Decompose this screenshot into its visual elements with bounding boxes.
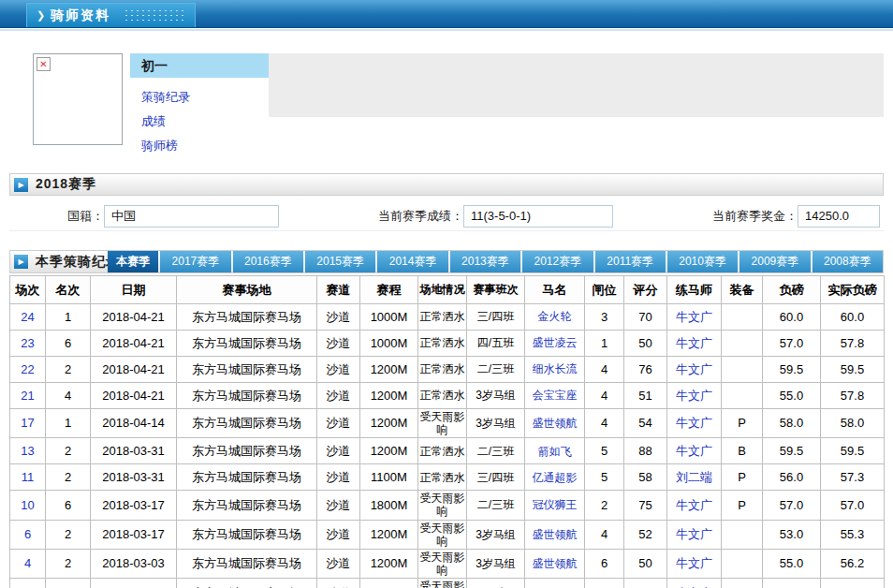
table-cell: 76	[624, 357, 667, 383]
trainer-link[interactable]: 牛文广	[676, 336, 712, 350]
horse-name-link[interactable]: 盛世领航	[533, 528, 578, 541]
table-cell: 刘二端	[667, 464, 722, 491]
table-row: 2222018-04-21东方马城国际赛马场沙道1200M正常洒水二/三班细水长…	[10, 357, 885, 383]
table-cell: 5	[585, 464, 624, 491]
table-cell: 6	[10, 520, 46, 549]
dotted-pattern-decoration	[124, 8, 185, 23]
profile-link[interactable]: 骑师榜	[141, 138, 269, 154]
table-cell	[722, 357, 763, 383]
table-cell: 4	[585, 357, 624, 383]
table-cell: 60.0	[763, 304, 821, 331]
table-cell: 50	[624, 549, 667, 578]
race-number-link[interactable]: 24	[21, 310, 34, 324]
table-cell: 三/四班	[467, 304, 525, 331]
table-row: 1712018-04-14东方马城国际赛马场沙道1200M受天雨影响3岁马组盛世…	[10, 409, 885, 438]
race-number-link[interactable]: 21	[21, 389, 34, 403]
table-row: 2412018-04-21东方马城国际赛马场沙道1000M正常洒水三/四班金火轮…	[10, 304, 885, 331]
table-cell: 4	[10, 549, 46, 578]
column-header: 场次	[10, 276, 46, 304]
column-header: 赛事场地	[177, 276, 317, 304]
table-cell: 1	[46, 579, 91, 588]
season-tab[interactable]: 2016赛季	[233, 251, 303, 272]
table-cell: 1200M	[360, 383, 418, 409]
trainer-link[interactable]: 牛文广	[676, 444, 712, 458]
trainer-link[interactable]: 牛文广	[676, 362, 712, 376]
race-number-link[interactable]: 10	[21, 498, 34, 512]
horse-name-link[interactable]: 箭如飞	[538, 445, 572, 458]
horse-name-link[interactable]: 冠仪狮王	[533, 498, 578, 511]
profile-link[interactable]: 成绩	[141, 113, 269, 130]
race-number-link[interactable]: 4	[24, 556, 31, 570]
page-title-tab: ❯ 骑师资料	[26, 3, 196, 27]
race-number-link[interactable]: 11	[22, 470, 35, 484]
table-cell: 正常洒水	[418, 464, 467, 491]
race-number-link[interactable]: 22	[21, 362, 34, 376]
nationality-value: 中国	[104, 205, 279, 228]
table-cell	[722, 549, 763, 578]
table-cell: 牛文广	[667, 357, 722, 383]
horse-name-link[interactable]: 金火轮	[538, 310, 572, 323]
trainer-link[interactable]: 牛文广	[676, 527, 712, 541]
season-tab[interactable]: 2009赛季	[739, 251, 810, 272]
table-cell: 1800M	[360, 491, 418, 520]
season-tab[interactable]: 2012赛季	[522, 251, 593, 272]
table-cell: 70	[624, 304, 667, 331]
race-number-link[interactable]: 23	[21, 336, 34, 350]
table-cell: B	[722, 438, 763, 464]
race-number-link[interactable]: 13	[21, 444, 34, 458]
table-cell: 2	[46, 357, 91, 383]
season-prize-field: 当前赛季奖金： 14250.0	[712, 205, 880, 228]
season-tab[interactable]: 2014赛季	[377, 251, 447, 272]
horse-name-link[interactable]: 会宝宝座	[533, 389, 578, 402]
column-header: 装备	[722, 276, 763, 304]
table-cell: 正常洒水	[418, 438, 467, 464]
season-tab-active[interactable]: 本赛季	[108, 251, 158, 272]
horse-name-link[interactable]: 盛世领航	[533, 557, 578, 570]
table-cell: 沙道	[317, 331, 360, 357]
horse-name-link[interactable]: 盛世凌云	[533, 336, 578, 349]
table-cell: 1100M	[360, 464, 418, 491]
table-cell: 沙道	[317, 357, 360, 383]
horse-name-link[interactable]: 细水长流	[533, 362, 578, 375]
season-results-field: 当前赛季成绩： 11(3-5-0-1)	[378, 205, 613, 228]
season-tab[interactable]: 2017赛季	[160, 251, 230, 272]
season-tab[interactable]: 2015赛季	[305, 251, 375, 272]
table-row: 622018-03-17东方马城国际赛马场沙道1200M受天雨影响3岁马组盛世领…	[10, 520, 885, 549]
trainer-link[interactable]: 牛文广	[676, 389, 712, 403]
table-cell: 2018-03-17	[91, 491, 177, 520]
column-header: 实际负磅	[821, 276, 885, 304]
table-cell: 2018-04-21	[91, 331, 177, 357]
season-info-row: 国籍： 中国 当前赛季成绩： 11(3-5-0-1) 当前赛季奖金： 14250…	[9, 201, 884, 231]
trainer-link[interactable]: 牛文广	[676, 556, 712, 570]
season-tab[interactable]: 2010赛季	[667, 251, 738, 272]
table-cell: 东方马城国际赛马场	[177, 438, 317, 464]
season-tab[interactable]: 2008赛季	[812, 251, 883, 272]
trainer-link[interactable]: 牛文广	[676, 498, 712, 512]
table-cell: 2018-03-31	[91, 464, 177, 491]
horse-name-link[interactable]: 亿通超影	[533, 471, 578, 484]
horse-name-link[interactable]: 盛世领航	[533, 417, 578, 430]
table-cell: 4	[585, 383, 624, 409]
profile-link[interactable]: 策骑纪录	[141, 89, 269, 106]
trainer-link[interactable]: 牛文广	[676, 416, 712, 430]
trainer-link[interactable]: 牛文广	[676, 310, 712, 324]
race-number-link[interactable]: 6	[24, 527, 31, 541]
table-cell: 2018-03-03	[91, 579, 177, 588]
table-cell: 沙道	[317, 383, 360, 409]
race-number-link[interactable]: 17	[21, 416, 34, 430]
season-tab[interactable]: 2013赛季	[450, 251, 520, 272]
trainer-link[interactable]: 刘二端	[676, 470, 712, 484]
table-cell: 正常洒水	[418, 357, 467, 383]
table-cell: 1200M	[360, 579, 418, 588]
table-row: 1062018-03-17东方马城国际赛马场沙道1800M受天雨影响二/三班冠仪…	[10, 491, 885, 520]
table-cell: 沙道	[317, 520, 360, 549]
table-cell: 盛世凌云	[525, 331, 585, 357]
table-cell: 59.5	[821, 438, 885, 464]
season-tab[interactable]: 2011赛季	[595, 251, 666, 272]
table-cell: 沙道	[317, 579, 360, 588]
table-cell: 细水长流	[525, 357, 585, 383]
broken-image-icon: ✕	[37, 57, 51, 71]
table-cell: 58.0	[763, 409, 821, 438]
table-cell: 1200M	[360, 520, 418, 549]
table-cell: 52	[624, 520, 667, 549]
